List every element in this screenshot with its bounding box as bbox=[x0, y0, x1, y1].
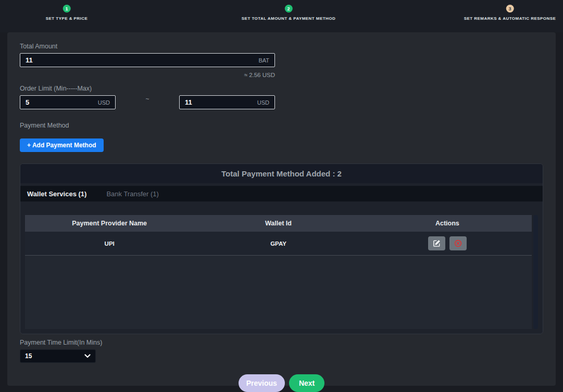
payment-methods-panel: Total Payment Method Added : 2 Wallet Se… bbox=[20, 163, 543, 334]
add-payment-method-button[interactable]: + Add Payment Method bbox=[20, 138, 104, 152]
step-set-total-amount[interactable]: 2 SET TOTAL AMOUNT & PAYMENT METHOD bbox=[242, 5, 335, 21]
tab-wallet-services[interactable]: Wallet Services (1) bbox=[27, 190, 86, 198]
step-set-type-price[interactable]: 1 SET TYPE & PRICE bbox=[46, 5, 88, 21]
order-limit-separator: ~ bbox=[116, 95, 179, 102]
total-amount-value: 11 bbox=[26, 56, 33, 64]
cell-wallet-id: GPAY bbox=[194, 232, 362, 255]
previous-button[interactable]: Previous bbox=[239, 374, 285, 392]
approx-usd-value: ≈ 2.56 USD bbox=[20, 72, 275, 78]
table-row: UPI GPAY bbox=[25, 232, 532, 256]
step-3-label: SET REMARKS & AUTOMATIC RESPONSE bbox=[464, 16, 556, 21]
payment-time-limit-label: Payment Time Limit(In Mins) bbox=[20, 339, 543, 346]
table-header-row: Payment Provider Name Wallet Id Actions bbox=[25, 215, 532, 232]
step-1-circle[interactable]: 1 bbox=[63, 5, 71, 12]
delete-circle-x-icon bbox=[454, 239, 462, 247]
header-wallet-id: Wallet Id bbox=[194, 215, 362, 232]
tab-bank-transfer[interactable]: Bank Transfer (1) bbox=[106, 190, 158, 198]
table-scrollbar-thumb[interactable] bbox=[533, 215, 538, 329]
order-limit-row: 5 USD ~ 11 USD bbox=[20, 95, 275, 109]
order-limit-min-currency: USD bbox=[98, 99, 110, 106]
panel-body: Payment Provider Name Wallet Id Actions … bbox=[20, 201, 543, 334]
edit-button[interactable] bbox=[428, 236, 445, 250]
cell-provider-name: UPI bbox=[25, 232, 194, 255]
cell-actions bbox=[363, 232, 532, 255]
panel-title: Total Payment Method Added : 2 bbox=[20, 164, 543, 183]
order-limit-max-input[interactable]: 11 USD bbox=[179, 95, 275, 109]
step-3-circle[interactable]: 3 bbox=[506, 5, 514, 12]
delete-button[interactable] bbox=[449, 236, 467, 250]
step-2-label: SET TOTAL AMOUNT & PAYMENT METHOD bbox=[242, 16, 335, 21]
table-scrollbar-track bbox=[533, 215, 538, 329]
footer-buttons: Previous Next bbox=[20, 374, 543, 392]
step-2-circle[interactable]: 2 bbox=[285, 5, 293, 12]
edit-pencil-square-icon bbox=[433, 239, 441, 247]
order-limit-min-input[interactable]: 5 USD bbox=[20, 95, 116, 109]
next-button[interactable]: Next bbox=[289, 374, 324, 392]
wizard-stepper: 1 SET TYPE & PRICE 2 SET TOTAL AMOUNT & … bbox=[0, 0, 563, 32]
header-actions: Actions bbox=[363, 215, 532, 232]
total-amount-currency: BAT bbox=[258, 57, 269, 64]
order-limit-label: Order Limit (Min-----Max) bbox=[20, 85, 543, 92]
payment-methods-table: Payment Provider Name Wallet Id Actions … bbox=[25, 215, 532, 329]
order-limit-min-value: 5 bbox=[26, 98, 29, 106]
header-provider-name: Payment Provider Name bbox=[25, 215, 194, 232]
form-card: Total Amount 11 BAT ≈ 2.56 USD Order Lim… bbox=[7, 32, 556, 386]
payment-time-limit-select[interactable]: 15 bbox=[20, 349, 96, 363]
payment-method-label: Payment Method bbox=[20, 122, 543, 129]
total-amount-label: Total Amount bbox=[20, 43, 543, 50]
total-amount-input[interactable]: 11 BAT bbox=[20, 53, 275, 67]
order-limit-max-value: 11 bbox=[185, 98, 192, 106]
step-1-label: SET TYPE & PRICE bbox=[46, 16, 88, 21]
panel-tabs: Wallet Services (1) Bank Transfer (1) bbox=[20, 186, 543, 201]
step-set-remarks[interactable]: 3 SET REMARKS & AUTOMATIC RESPONSE bbox=[464, 5, 556, 21]
chevron-down-icon bbox=[84, 354, 91, 358]
payment-time-limit-value: 15 bbox=[25, 352, 32, 360]
order-limit-max-currency: USD bbox=[257, 99, 269, 106]
payment-time-limit-block: Payment Time Limit(In Mins) 15 bbox=[20, 339, 543, 363]
